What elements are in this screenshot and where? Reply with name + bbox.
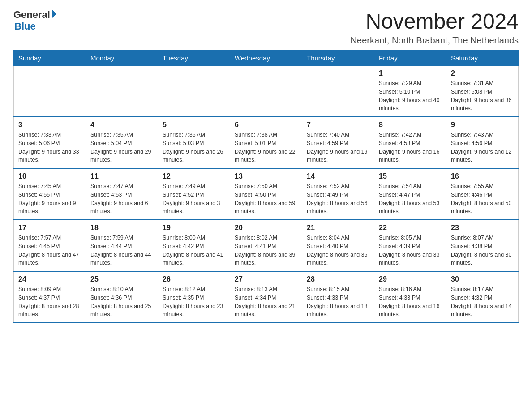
day-number: 11	[90, 172, 153, 180]
day-detail: Sunrise: 8:10 AM Sunset: 4:36 PM Dayligh…	[90, 285, 153, 319]
header-day-sunday: Sunday	[14, 51, 86, 66]
day-number: 3	[18, 121, 81, 129]
header-day-thursday: Thursday	[302, 51, 374, 66]
calendar-cell: 29Sunrise: 8:16 AM Sunset: 4:33 PM Dayli…	[374, 271, 446, 323]
calendar-body: 1Sunrise: 7:29 AM Sunset: 5:10 PM Daylig…	[14, 66, 519, 323]
day-detail: Sunrise: 7:57 AM Sunset: 4:45 PM Dayligh…	[18, 234, 81, 267]
day-detail: Sunrise: 8:16 AM Sunset: 4:33 PM Dayligh…	[379, 285, 442, 319]
day-detail: Sunrise: 7:40 AM Sunset: 4:59 PM Dayligh…	[307, 131, 369, 164]
header-day-tuesday: Tuesday	[158, 51, 230, 66]
day-number: 26	[163, 275, 225, 283]
day-number: 23	[451, 224, 514, 232]
logo-general-text: General	[13, 9, 56, 21]
calendar-cell: 14Sunrise: 7:52 AM Sunset: 4:49 PM Dayli…	[302, 168, 374, 220]
calendar-cell: 21Sunrise: 8:04 AM Sunset: 4:40 PM Dayli…	[302, 220, 374, 271]
day-number: 20	[235, 224, 297, 232]
day-number: 17	[18, 224, 81, 232]
header-row: SundayMondayTuesdayWednesdayThursdayFrid…	[14, 51, 519, 66]
calendar-cell: 7Sunrise: 7:40 AM Sunset: 4:59 PM Daylig…	[302, 117, 374, 168]
day-detail: Sunrise: 7:45 AM Sunset: 4:55 PM Dayligh…	[18, 182, 81, 216]
calendar-cell	[158, 66, 230, 117]
calendar-cell: 1Sunrise: 7:29 AM Sunset: 5:10 PM Daylig…	[374, 66, 446, 117]
calendar-cell	[14, 66, 86, 117]
logo-blue-word: Blue	[14, 21, 36, 32]
day-detail: Sunrise: 8:12 AM Sunset: 4:35 PM Dayligh…	[163, 285, 225, 319]
calendar-week-2: 3Sunrise: 7:33 AM Sunset: 5:06 PM Daylig…	[14, 117, 519, 168]
day-number: 6	[235, 121, 297, 129]
day-number: 25	[90, 275, 153, 283]
day-detail: Sunrise: 7:47 AM Sunset: 4:53 PM Dayligh…	[90, 182, 153, 216]
day-number: 13	[235, 172, 297, 180]
calendar-week-3: 10Sunrise: 7:45 AM Sunset: 4:55 PM Dayli…	[14, 168, 519, 220]
calendar-cell: 17Sunrise: 7:57 AM Sunset: 4:45 PM Dayli…	[14, 220, 86, 271]
page-header: General Blue November 2024 Neerkant, Nor…	[13, 9, 519, 46]
calendar-cell: 25Sunrise: 8:10 AM Sunset: 4:36 PM Dayli…	[86, 271, 158, 323]
day-number: 7	[307, 121, 369, 129]
day-detail: Sunrise: 7:31 AM Sunset: 5:08 PM Dayligh…	[451, 79, 514, 113]
calendar-cell: 11Sunrise: 7:47 AM Sunset: 4:53 PM Dayli…	[86, 168, 158, 220]
day-number: 15	[379, 172, 442, 180]
calendar-cell: 22Sunrise: 8:05 AM Sunset: 4:39 PM Dayli…	[374, 220, 446, 271]
day-detail: Sunrise: 8:00 AM Sunset: 4:42 PM Dayligh…	[163, 234, 225, 267]
day-detail: Sunrise: 7:59 AM Sunset: 4:44 PM Dayligh…	[90, 234, 153, 267]
calendar-cell: 15Sunrise: 7:54 AM Sunset: 4:47 PM Dayli…	[374, 168, 446, 220]
calendar-cell: 20Sunrise: 8:02 AM Sunset: 4:41 PM Dayli…	[230, 220, 302, 271]
day-number: 19	[163, 224, 225, 232]
month-title: November 2024	[351, 9, 519, 34]
day-detail: Sunrise: 7:35 AM Sunset: 5:04 PM Dayligh…	[90, 131, 153, 164]
day-detail: Sunrise: 7:54 AM Sunset: 4:47 PM Dayligh…	[379, 182, 442, 216]
calendar-cell: 16Sunrise: 7:55 AM Sunset: 4:46 PM Dayli…	[446, 168, 519, 220]
day-number: 21	[307, 224, 369, 232]
calendar-cell: 5Sunrise: 7:36 AM Sunset: 5:03 PM Daylig…	[158, 117, 230, 168]
calendar-cell: 13Sunrise: 7:50 AM Sunset: 4:50 PM Dayli…	[230, 168, 302, 220]
location-subtitle: Neerkant, North Brabant, The Netherlands	[351, 35, 519, 46]
day-detail: Sunrise: 7:52 AM Sunset: 4:49 PM Dayligh…	[307, 182, 369, 216]
day-detail: Sunrise: 7:29 AM Sunset: 5:10 PM Dayligh…	[379, 79, 442, 113]
day-number: 27	[235, 275, 297, 283]
calendar-cell: 27Sunrise: 8:13 AM Sunset: 4:34 PM Dayli…	[230, 271, 302, 323]
calendar-cell: 10Sunrise: 7:45 AM Sunset: 4:55 PM Dayli…	[14, 168, 86, 220]
day-number: 9	[451, 121, 514, 129]
day-detail: Sunrise: 7:38 AM Sunset: 5:01 PM Dayligh…	[235, 131, 297, 164]
day-number: 8	[379, 121, 442, 129]
calendar-cell: 8Sunrise: 7:42 AM Sunset: 4:58 PM Daylig…	[374, 117, 446, 168]
calendar-cell: 23Sunrise: 8:07 AM Sunset: 4:38 PM Dayli…	[446, 220, 519, 271]
calendar-cell: 30Sunrise: 8:17 AM Sunset: 4:32 PM Dayli…	[446, 271, 519, 323]
day-number: 5	[163, 121, 225, 129]
calendar-cell: 26Sunrise: 8:12 AM Sunset: 4:35 PM Dayli…	[158, 271, 230, 323]
calendar-cell: 28Sunrise: 8:15 AM Sunset: 4:33 PM Dayli…	[302, 271, 374, 323]
title-area: November 2024 Neerkant, North Brabant, T…	[351, 9, 519, 46]
calendar-cell: 24Sunrise: 8:09 AM Sunset: 4:37 PM Dayli…	[14, 271, 86, 323]
day-number: 30	[451, 275, 514, 283]
calendar-cell: 2Sunrise: 7:31 AM Sunset: 5:08 PM Daylig…	[446, 66, 519, 117]
day-number: 10	[18, 172, 81, 180]
calendar-cell	[86, 66, 158, 117]
logo-arrow-icon	[52, 9, 56, 18]
calendar-week-1: 1Sunrise: 7:29 AM Sunset: 5:10 PM Daylig…	[14, 66, 519, 117]
day-detail: Sunrise: 7:55 AM Sunset: 4:46 PM Dayligh…	[451, 182, 514, 216]
calendar-cell	[302, 66, 374, 117]
day-number: 12	[163, 172, 225, 180]
day-detail: Sunrise: 8:05 AM Sunset: 4:39 PM Dayligh…	[379, 234, 442, 267]
day-number: 18	[90, 224, 153, 232]
day-detail: Sunrise: 7:42 AM Sunset: 4:58 PM Dayligh…	[379, 131, 442, 164]
day-detail: Sunrise: 8:02 AM Sunset: 4:41 PM Dayligh…	[235, 234, 297, 267]
day-detail: Sunrise: 8:15 AM Sunset: 4:33 PM Dayligh…	[307, 285, 369, 319]
calendar-week-4: 17Sunrise: 7:57 AM Sunset: 4:45 PM Dayli…	[14, 220, 519, 271]
day-detail: Sunrise: 7:43 AM Sunset: 4:56 PM Dayligh…	[451, 131, 514, 164]
day-number: 2	[451, 69, 514, 77]
calendar-cell: 19Sunrise: 8:00 AM Sunset: 4:42 PM Dayli…	[158, 220, 230, 271]
calendar-table: SundayMondayTuesdayWednesdayThursdayFrid…	[13, 50, 519, 323]
header-day-wednesday: Wednesday	[230, 51, 302, 66]
calendar-header: SundayMondayTuesdayWednesdayThursdayFrid…	[14, 51, 519, 66]
day-detail: Sunrise: 7:36 AM Sunset: 5:03 PM Dayligh…	[163, 131, 225, 164]
logo: General Blue	[13, 9, 56, 32]
day-number: 4	[90, 121, 153, 129]
day-number: 16	[451, 172, 514, 180]
logo-general-word: General	[13, 9, 50, 21]
day-detail: Sunrise: 7:33 AM Sunset: 5:06 PM Dayligh…	[18, 131, 81, 164]
day-number: 22	[379, 224, 442, 232]
day-number: 24	[18, 275, 81, 283]
day-number: 14	[307, 172, 369, 180]
calendar-cell	[230, 66, 302, 117]
